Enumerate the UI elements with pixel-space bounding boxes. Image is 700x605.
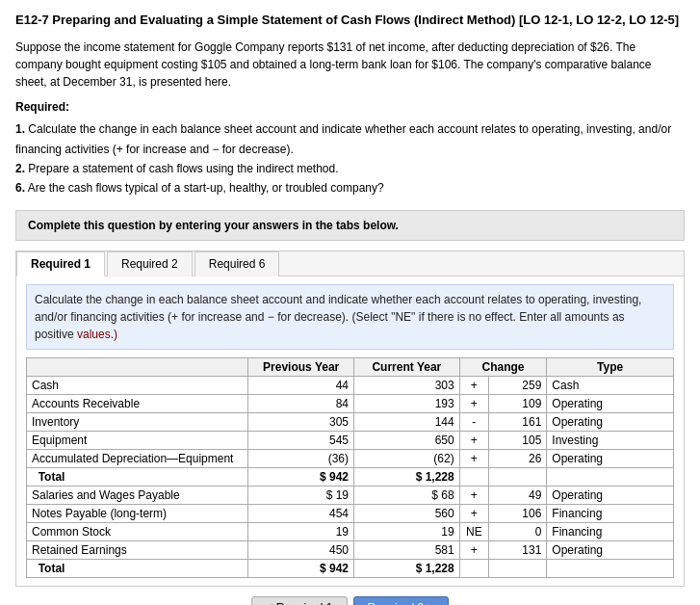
tabs-container: Required 1 Required 2 Required 6 Calcula… bbox=[15, 250, 685, 587]
row-curr: 144 bbox=[354, 412, 460, 431]
intro-text: Suppose the income statement for Goggle … bbox=[15, 39, 685, 91]
row-sign: NE bbox=[459, 522, 488, 540]
tab-required-6[interactable]: Required 6 bbox=[194, 251, 280, 276]
row-change: 109 bbox=[489, 394, 547, 412]
row-label: Notes Payable (long-term) bbox=[27, 504, 248, 522]
required-label: Required: bbox=[15, 100, 685, 114]
row-type bbox=[547, 467, 674, 486]
table-row: Total $ 942 $ 1,228 bbox=[27, 467, 674, 486]
row-curr: $ 1,228 bbox=[354, 467, 460, 486]
required-item-6: 6. Are the cash flows typical of a start… bbox=[15, 178, 685, 197]
row-type: Operating bbox=[547, 412, 674, 431]
row-change: 161 bbox=[489, 412, 547, 431]
row-type: Financing bbox=[547, 522, 674, 540]
row-sign: + bbox=[459, 449, 488, 467]
row-sign: - bbox=[459, 412, 488, 431]
row-change: 0 bbox=[489, 522, 547, 540]
row-sign bbox=[459, 467, 488, 486]
row-prev: 450 bbox=[248, 540, 354, 559]
table-row: Accumulated Depreciation—Equipment (36) … bbox=[27, 449, 674, 467]
row-curr: (62) bbox=[354, 449, 460, 467]
row-prev: 305 bbox=[248, 412, 354, 431]
col-header-label bbox=[27, 357, 248, 376]
col-header-type: Type bbox=[547, 357, 674, 376]
forward-button[interactable]: Required 2 > bbox=[353, 596, 449, 605]
required-items: 1. Calculate the change in each balance … bbox=[15, 119, 685, 198]
row-prev: 545 bbox=[248, 431, 354, 449]
row-change: 259 bbox=[489, 376, 547, 394]
row-label: Total bbox=[27, 467, 248, 486]
row-sign bbox=[459, 559, 488, 577]
complete-box: Complete this question by entering your … bbox=[15, 210, 685, 241]
col-header-curr: Current Year bbox=[354, 357, 460, 376]
row-label: Total bbox=[27, 559, 248, 577]
table-row: Common Stock 19 19 NE 0 Financing bbox=[27, 522, 674, 540]
tab-content: Calculate the change in each balance she… bbox=[16, 276, 684, 586]
row-label: Salaries and Wages Payable bbox=[27, 486, 248, 504]
row-curr: $ 68 bbox=[354, 486, 460, 504]
page-title: E12-7 Preparing and Evaluating a Simple … bbox=[15, 12, 685, 29]
tabs-row: Required 1 Required 2 Required 6 bbox=[16, 251, 684, 276]
tab-required-1[interactable]: Required 1 bbox=[16, 251, 105, 276]
row-curr: 193 bbox=[354, 394, 460, 412]
row-label: Accumulated Depreciation—Equipment bbox=[27, 449, 248, 467]
row-change bbox=[489, 559, 547, 577]
row-type: Cash bbox=[547, 376, 674, 394]
row-change: 49 bbox=[489, 486, 547, 504]
row-change: 105 bbox=[489, 431, 547, 449]
row-label: Inventory bbox=[27, 412, 248, 431]
back-button[interactable]: < Required 1 bbox=[251, 596, 347, 605]
tab-required-2[interactable]: Required 2 bbox=[107, 251, 193, 276]
row-prev: 454 bbox=[248, 504, 354, 522]
row-prev: (36) bbox=[248, 449, 354, 467]
table-row: Inventory 305 144 - 161 Operating bbox=[27, 412, 674, 431]
row-prev: $ 942 bbox=[248, 467, 354, 486]
row-curr: 581 bbox=[354, 540, 460, 559]
row-type bbox=[547, 559, 674, 577]
row-type: Operating bbox=[547, 449, 674, 467]
row-sign: + bbox=[459, 431, 488, 449]
required-item-1: 1. Calculate the change in each balance … bbox=[15, 119, 685, 159]
values-text: values.) bbox=[77, 328, 117, 341]
row-sign: + bbox=[459, 394, 488, 412]
col-header-change-sign: Change bbox=[459, 357, 547, 376]
row-type: Investing bbox=[547, 431, 674, 449]
table-row: Retained Earnings 450 581 + 131 Operatin… bbox=[27, 540, 674, 559]
row-curr: 303 bbox=[354, 376, 460, 394]
row-label: Equipment bbox=[27, 431, 248, 449]
col-header-prev: Previous Year bbox=[248, 357, 354, 376]
row-curr: 560 bbox=[354, 504, 460, 522]
row-change bbox=[489, 467, 547, 486]
row-change: 131 bbox=[489, 540, 547, 559]
data-table: Previous Year Current Year Change Type C… bbox=[26, 357, 674, 578]
row-prev: 19 bbox=[248, 522, 354, 540]
table-row: Accounts Receivable 84 193 + 109 Operati… bbox=[27, 394, 674, 412]
table-row: Equipment 545 650 + 105 Investing bbox=[27, 431, 674, 449]
row-curr: 650 bbox=[354, 431, 460, 449]
row-type: Operating bbox=[547, 540, 674, 559]
row-label: Accounts Receivable bbox=[27, 394, 248, 412]
row-sign: + bbox=[459, 504, 488, 522]
table-row: Salaries and Wages Payable $ 19 $ 68 + 4… bbox=[27, 486, 674, 504]
row-sign: + bbox=[459, 486, 488, 504]
row-curr: $ 1,228 bbox=[354, 559, 460, 577]
row-prev: 84 bbox=[248, 394, 354, 412]
row-change: 106 bbox=[489, 504, 547, 522]
row-label: Retained Earnings bbox=[27, 540, 248, 559]
row-sign: + bbox=[459, 376, 488, 394]
row-label: Common Stock bbox=[27, 522, 248, 540]
instruction-text: Calculate the change in each balance she… bbox=[26, 284, 674, 350]
row-change: 26 bbox=[489, 449, 547, 467]
row-type: Operating bbox=[547, 394, 674, 412]
required-item-2: 2. Prepare a statement of cash flows usi… bbox=[15, 159, 685, 178]
row-sign: + bbox=[459, 540, 488, 559]
row-prev: $ 942 bbox=[248, 559, 354, 577]
row-prev: 44 bbox=[248, 376, 354, 394]
table-row: Cash 44 303 + 259 Cash bbox=[27, 376, 674, 394]
row-type: Operating bbox=[547, 486, 674, 504]
bottom-nav: < Required 1 Required 2 > bbox=[15, 596, 685, 605]
row-prev: $ 19 bbox=[248, 486, 354, 504]
table-row: Notes Payable (long-term) 454 560 + 106 … bbox=[27, 504, 674, 522]
table-row: Total $ 942 $ 1,228 bbox=[27, 559, 674, 577]
row-curr: 19 bbox=[354, 522, 460, 540]
